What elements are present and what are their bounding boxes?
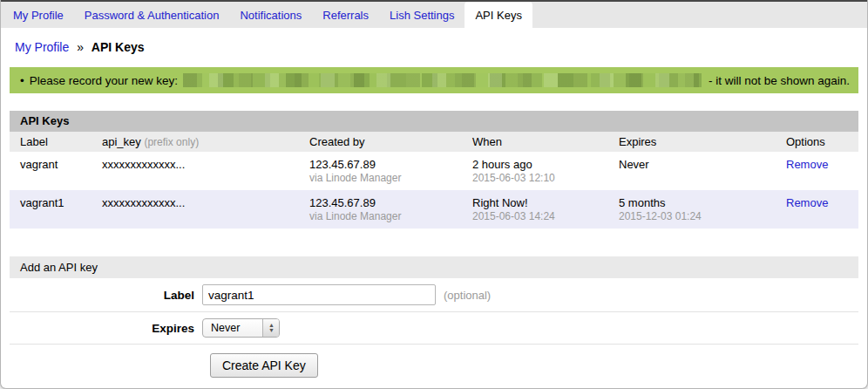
created-by-ip: 123.45.67.89 xyxy=(309,196,462,209)
api-keys-section: API Keys Label api_key (prefix only) Cre… xyxy=(10,111,858,229)
table-row: vagrant1 xxxxxxxxxxxxx... 123.45.67.89 v… xyxy=(10,190,858,229)
created-by-cell: 123.45.67.89 via Linode Manager xyxy=(304,152,467,190)
when-relative: 2 hours ago xyxy=(472,158,608,171)
expires-cell: 5 months 2015-12-03 01:24 xyxy=(614,190,781,229)
expires-timestamp: 2015-12-03 01:24 xyxy=(619,210,776,222)
api-keys-page: My Profile Password & Authentication Not… xyxy=(0,0,868,389)
options-cell: Remove xyxy=(781,190,858,229)
banner-message-suffix: - it will not be shown again. xyxy=(709,74,850,87)
label-optional-note: (optional) xyxy=(444,289,491,302)
profile-tabbar: My Profile Password & Authentication Not… xyxy=(1,2,867,28)
created-by-via: via Linode Manager xyxy=(309,172,462,184)
banner-message-prefix: Please record your new key: xyxy=(30,74,178,87)
expires-select-value: Never xyxy=(203,322,262,334)
breadcrumb-current: API Keys xyxy=(92,40,145,54)
add-api-key-title: Add an API key xyxy=(10,256,858,278)
expires-relative: Never xyxy=(619,158,776,171)
when-cell: Right Now! 2015-06-03 14:24 xyxy=(467,190,614,229)
new-key-banner: • Please record your new key: - it will … xyxy=(10,67,858,93)
table-row: vagrant xxxxxxxxxxxxx... 123.45.67.89 vi… xyxy=(10,152,858,190)
submit-row: Create API Key xyxy=(10,345,858,386)
when-cell: 2 hours ago 2015-06-03 12:10 xyxy=(467,152,614,190)
expires-field-row: Expires Never ▲▼ xyxy=(10,312,858,345)
label-input[interactable] xyxy=(202,284,436,305)
tab-notifications[interactable]: Notifications xyxy=(229,2,312,28)
api-keys-table-title: API Keys xyxy=(10,111,858,132)
label-field-label: Label xyxy=(10,289,202,302)
tab-lish-settings[interactable]: Lish Settings xyxy=(379,2,465,28)
banner-bullet: • xyxy=(20,74,24,87)
key-label-cell: vagrant1 xyxy=(10,190,97,229)
when-timestamp: 2015-06-03 12:10 xyxy=(472,172,608,184)
column-header-when: When xyxy=(467,132,614,152)
tab-my-profile[interactable]: My Profile xyxy=(3,2,74,28)
tab-api-keys[interactable]: API Keys xyxy=(465,2,532,28)
tab-password-authentication[interactable]: Password & Authentication xyxy=(74,2,230,28)
column-header-api-key-text: api_key xyxy=(102,135,141,148)
column-header-options: Options xyxy=(781,132,858,152)
expires-cell: Never xyxy=(614,152,781,190)
tab-referrals[interactable]: Referrals xyxy=(312,2,379,28)
expires-field-label: Expires xyxy=(10,322,202,335)
key-prefix-cell: xxxxxxxxxxxxx... xyxy=(97,152,304,190)
breadcrumb-my-profile-link[interactable]: My Profile xyxy=(15,40,69,54)
options-cell: Remove xyxy=(781,152,858,190)
redacted-api-key xyxy=(183,73,702,87)
expires-select[interactable]: Never ▲▼ xyxy=(202,318,280,338)
created-by-via: via Linode Manager xyxy=(309,210,462,222)
create-api-key-button[interactable]: Create API Key xyxy=(210,353,318,378)
key-label-cell: vagrant xyxy=(10,152,97,190)
table-header-row: Label api_key (prefix only) Created by W… xyxy=(10,132,858,152)
label-field-row: Label (optional) xyxy=(10,278,858,312)
remove-key-link[interactable]: Remove xyxy=(786,196,828,209)
created-by-cell: 123.45.67.89 via Linode Manager xyxy=(304,190,467,229)
remove-key-link[interactable]: Remove xyxy=(786,158,828,171)
created-by-ip: 123.45.67.89 xyxy=(309,158,462,171)
column-header-api-key-note: (prefix only) xyxy=(144,136,199,148)
expires-relative: 5 months xyxy=(619,196,776,209)
key-prefix-cell: xxxxxxxxxxxxx... xyxy=(97,190,304,229)
column-header-api-key: api_key (prefix only) xyxy=(97,132,304,152)
when-relative: Right Now! xyxy=(472,196,608,209)
when-timestamp: 2015-06-03 14:24 xyxy=(472,210,608,222)
breadcrumb: My Profile » API Keys xyxy=(1,28,867,65)
column-header-created-by: Created by xyxy=(304,132,467,152)
breadcrumb-separator: » xyxy=(77,40,84,54)
column-header-label: Label xyxy=(10,132,97,152)
api-keys-table: Label api_key (prefix only) Created by W… xyxy=(10,132,858,229)
add-api-key-section: Add an API key Label (optional) Expires … xyxy=(10,256,858,386)
column-header-expires: Expires xyxy=(614,132,781,152)
select-stepper-icon: ▲▼ xyxy=(262,318,279,338)
